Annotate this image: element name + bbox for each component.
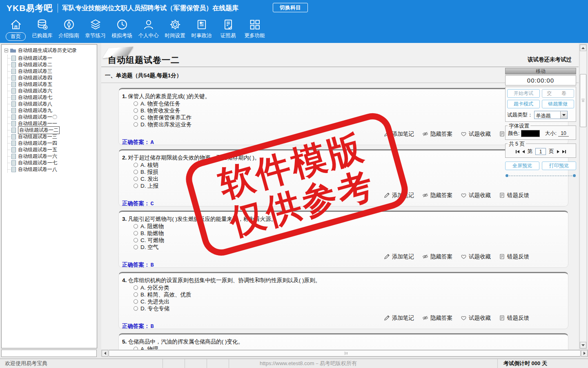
radio-icon[interactable]	[134, 292, 138, 297]
tree-item-paper-1[interactable]: 自动组题试卷一	[8, 55, 97, 61]
feedback-link[interactable]: 错题反馈	[499, 253, 529, 260]
slider-handle-left[interactable]	[506, 174, 508, 177]
tree-item-paper-16[interactable]: 自动组题试卷一六	[8, 153, 97, 159]
option-d[interactable]: D. 空气	[134, 244, 568, 251]
slider-handle-right[interactable]	[573, 174, 576, 177]
horizontal-scrollbar[interactable]	[101, 350, 588, 357]
option-b[interactable]: B. 物资收发业务	[134, 107, 568, 114]
feedback-link[interactable]: 错题反馈	[499, 192, 529, 199]
tree-item-paper-13[interactable]: 自动组题试卷一三	[8, 133, 97, 140]
fullscreen-preview-button[interactable]: 全屏预览	[505, 162, 539, 170]
radio-icon[interactable]	[134, 115, 138, 120]
radio-icon[interactable]	[134, 170, 138, 174]
radio-icon[interactable]	[134, 231, 138, 236]
radio-icon[interactable]	[134, 306, 138, 311]
first-page-button[interactable]	[516, 150, 519, 153]
option-a[interactable]: A. 分区分类	[134, 284, 568, 291]
scroll-down-button[interactable]	[580, 342, 586, 348]
option-b[interactable]: B. 报损	[134, 168, 568, 175]
tree-item-paper-12-selected[interactable]: 自动组题试卷一二	[8, 127, 97, 133]
add-note-link[interactable]: 添加笔记	[384, 314, 414, 321]
radio-icon[interactable]	[134, 177, 138, 181]
tree-item-paper-18[interactable]: 自动组题试卷一八	[8, 166, 97, 173]
tab-home[interactable]: 首页	[2, 17, 29, 41]
tree-item-paper-10[interactable]: 自动组题试卷一〇	[8, 114, 97, 120]
radio-icon[interactable]	[134, 108, 138, 113]
tree-item-paper-14[interactable]: 自动组题试卷一四	[8, 140, 97, 146]
tree-item-paper-3[interactable]: 自动组题试卷三	[8, 68, 97, 74]
next-page-button[interactable]	[557, 150, 559, 153]
option-d[interactable]: D. 物资出库发运业务	[134, 121, 568, 128]
panel-drag-handle[interactable]: 移动	[505, 68, 576, 74]
dropdown-button[interactable]	[560, 111, 567, 119]
hide-answer-link[interactable]: 隐藏答案	[422, 192, 452, 199]
add-note-link[interactable]: 添加笔记	[384, 130, 414, 137]
vertical-scrollbar[interactable]	[579, 44, 587, 349]
radio-icon[interactable]	[134, 299, 138, 304]
switch-subject-button[interactable]: 切换科目	[273, 3, 308, 12]
tree-item-paper-5[interactable]: 自动组题试卷五	[8, 81, 97, 88]
font-size-field[interactable]: 10	[558, 130, 569, 137]
option-c[interactable]: C. 可燃物	[134, 237, 568, 244]
last-page-button[interactable]	[562, 150, 566, 153]
tree-item-paper-7[interactable]: 自动组题试卷七	[8, 94, 97, 101]
tree-item-paper-2[interactable]: 自动组题试卷二	[8, 61, 97, 68]
option-b[interactable]: B. 助燃物	[134, 230, 568, 237]
tab-intro-guide[interactable]: 介绍指南	[56, 17, 82, 41]
submit-paper-button[interactable]: 交 卷	[542, 89, 575, 98]
add-note-link[interactable]: 添加笔记	[384, 253, 414, 260]
feedback-link[interactable]: 错题反馈	[499, 314, 529, 321]
scroll-left-button[interactable]	[102, 350, 108, 357]
option-c[interactable]: C. 发出	[134, 175, 568, 182]
tab-certificate[interactable]: 证照易	[215, 17, 241, 41]
tab-purchased-banks[interactable]: 已购题库	[29, 17, 56, 41]
radio-icon[interactable]	[134, 245, 138, 249]
option-d[interactable]: D. 专仓专储	[134, 305, 568, 312]
tree-item-paper-17[interactable]: 自动组题试卷一七	[8, 159, 97, 166]
tree-item-paper-4[interactable]: 自动组题试卷四	[8, 74, 97, 81]
option-a[interactable]: A. 物理	[134, 346, 568, 350]
favorite-link[interactable]: 试题收藏	[461, 253, 491, 260]
option-a[interactable]: A. 阻燃物	[134, 223, 568, 230]
page-number-input[interactable]: 1	[535, 148, 546, 155]
tab-personal-center[interactable]: 个人中心	[135, 17, 162, 41]
redo-wrong-button[interactable]: 错题重做	[542, 100, 575, 108]
tab-time-settings[interactable]: 时间设置	[162, 17, 188, 41]
radio-icon[interactable]	[134, 101, 138, 106]
radio-icon[interactable]	[134, 122, 138, 127]
hide-answer-link[interactable]: 隐藏答案	[422, 314, 452, 321]
add-note-link[interactable]: 添加笔记	[384, 192, 414, 199]
favorite-link[interactable]: 试题收藏	[461, 192, 491, 199]
tab-mock-exam[interactable]: 模拟考场	[109, 17, 135, 41]
option-c[interactable]: C. 物资保管保养工作	[134, 114, 568, 121]
tree-root-node[interactable]: 自动组题生成试卷历史记录	[4, 47, 97, 54]
scroll-up-button[interactable]	[580, 45, 586, 51]
question-type-select[interactable]: 单选题	[534, 111, 568, 119]
tree-item-paper-9[interactable]: 自动组题试卷九	[8, 107, 97, 114]
tab-current-politics[interactable]: 时事政治	[188, 17, 215, 41]
hide-answer-link[interactable]: 隐藏答案	[422, 130, 452, 137]
print-preview-button[interactable]: 打印预览	[542, 162, 576, 170]
radio-icon[interactable]	[134, 347, 138, 350]
tree-item-paper-6[interactable]: 自动组题试卷六	[8, 88, 97, 94]
option-d[interactable]: D. 上报	[134, 182, 568, 189]
radio-icon[interactable]	[134, 163, 138, 167]
hide-answer-link[interactable]: 隐藏答案	[422, 253, 452, 260]
option-c[interactable]: C. 先进先出	[134, 298, 568, 305]
scroll-right-button[interactable]	[581, 350, 588, 357]
option-a[interactable]: A. 物资仓储任务	[134, 100, 568, 107]
answer-card-mode-button[interactable]: 题卡模式	[507, 100, 540, 108]
favorite-link[interactable]: 试题收藏	[461, 130, 491, 137]
font-color-swatch[interactable]	[521, 130, 540, 137]
tab-chapter-practice[interactable]: 章节练习	[82, 17, 109, 41]
radio-icon[interactable]	[134, 184, 138, 188]
prev-page-button[interactable]	[522, 150, 525, 153]
tree-item-paper-15[interactable]: 自动组题试卷一五	[8, 146, 97, 153]
vertical-scroll-thumb[interactable]	[580, 74, 586, 127]
horizontal-scroll-thumb[interactable]	[109, 350, 581, 357]
radio-icon[interactable]	[134, 224, 138, 229]
start-exam-button[interactable]: 开始考试	[507, 89, 540, 98]
radio-icon[interactable]	[134, 285, 138, 290]
radio-icon[interactable]	[134, 238, 138, 242]
option-a[interactable]: A. 核销	[134, 162, 568, 168]
